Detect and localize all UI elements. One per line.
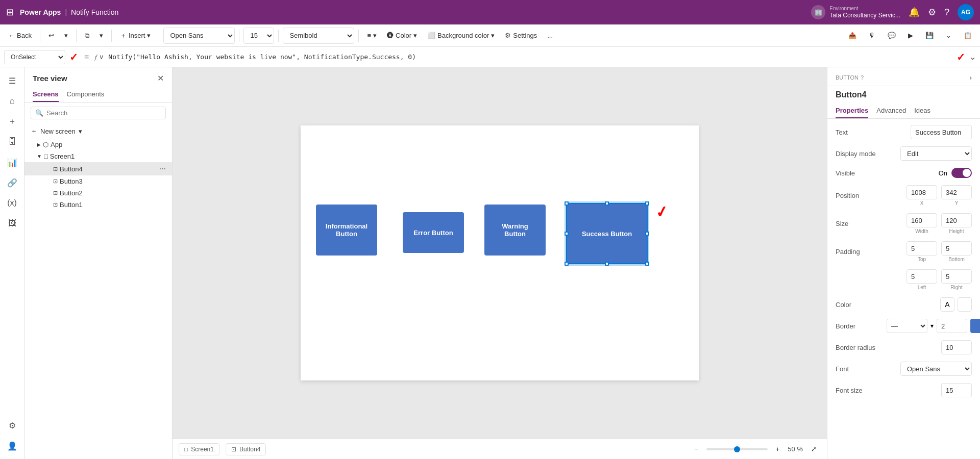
zoom-slider[interactable] bbox=[706, 448, 768, 450]
back-button[interactable]: ← Back bbox=[4, 28, 36, 44]
check-mark[interactable]: ✓ bbox=[69, 51, 78, 63]
text-color-icon[interactable]: A bbox=[940, 297, 954, 312]
insert-left-icon[interactable]: ＋ bbox=[3, 112, 21, 131]
analytics-icon[interactable]: 📊 bbox=[3, 153, 21, 171]
publish-button[interactable]: 📋 bbox=[960, 28, 976, 44]
more-right-button[interactable]: ⌄ bbox=[942, 28, 955, 44]
button-tab[interactable]: ⊡ Button4 bbox=[226, 443, 266, 455]
red-checkmark: ✓ bbox=[654, 202, 670, 222]
pos-y-input[interactable] bbox=[941, 185, 972, 199]
color-swatch[interactable] bbox=[958, 297, 972, 312]
success-button[interactable]: Success Button bbox=[566, 203, 648, 264]
formula-input[interactable] bbox=[108, 50, 952, 64]
search-input[interactable] bbox=[46, 109, 161, 117]
padding-left-input[interactable] bbox=[906, 269, 937, 284]
new-screen-button[interactable]: ＋ New screen ▾ bbox=[24, 123, 172, 139]
mic-button[interactable]: 🎙 bbox=[865, 28, 879, 44]
settings-icon: ⚙ bbox=[505, 32, 511, 39]
formula-accept[interactable]: ✓ bbox=[957, 51, 965, 63]
zoom-out-button[interactable]: − bbox=[690, 441, 702, 457]
connections-icon[interactable]: 🔗 bbox=[3, 173, 21, 192]
help-icon[interactable]: ? bbox=[944, 7, 949, 18]
formulabar: OnSelect ✓ = 𝑓 ∨ ✓ ⌄ bbox=[0, 47, 980, 67]
tree-item-button2[interactable]: ⊡ Button2 bbox=[24, 187, 172, 199]
app-label: App bbox=[51, 141, 166, 148]
formula-expand[interactable]: ⌄ bbox=[969, 52, 976, 62]
border-dropdown-icon[interactable]: ▾ bbox=[930, 322, 934, 329]
width-input[interactable] bbox=[906, 213, 937, 227]
font-size-select[interactable]: 15 bbox=[243, 28, 274, 44]
settings-left-icon[interactable]: ⚙ bbox=[3, 416, 21, 435]
padding-bottom-input[interactable] bbox=[941, 241, 972, 256]
undo-button[interactable]: ↩ bbox=[44, 28, 58, 44]
padding-right-input[interactable] bbox=[941, 269, 972, 284]
data-icon[interactable]: 🗄 bbox=[3, 133, 21, 151]
align-button[interactable]: ≡ ▾ bbox=[363, 28, 381, 44]
handle-mr bbox=[645, 232, 649, 236]
border-radius-input[interactable] bbox=[941, 340, 972, 354]
save-button[interactable]: 💾 bbox=[921, 28, 938, 44]
variables-icon[interactable]: (x) bbox=[3, 194, 21, 212]
font-size-input[interactable] bbox=[941, 383, 972, 397]
avatar[interactable]: AG bbox=[958, 4, 974, 20]
tab-advanced[interactable]: Advanced bbox=[876, 104, 906, 118]
tree-item-app[interactable]: ▶ ⬡ App bbox=[24, 139, 172, 150]
button4-more[interactable]: ··· bbox=[159, 164, 166, 173]
color-button[interactable]: 🅐 Color ▾ bbox=[383, 28, 421, 44]
tab-properties[interactable]: Properties bbox=[836, 104, 868, 118]
copy-button[interactable]: ⧉ bbox=[81, 28, 93, 44]
tree-item-button1[interactable]: ⊡ Button1 bbox=[24, 199, 172, 211]
font-select[interactable]: Open Sans bbox=[163, 28, 235, 44]
pos-x-input[interactable] bbox=[906, 185, 937, 199]
panel-expand-icon[interactable]: › bbox=[969, 73, 972, 82]
zoom-in-button[interactable]: + bbox=[772, 441, 784, 457]
canvas-frame[interactable]: InformationalButton Error Button Warning… bbox=[301, 125, 699, 380]
border-color-swatch[interactable] bbox=[970, 319, 980, 333]
apps-icon[interactable]: ⊞ bbox=[6, 7, 14, 18]
canvas-area: InformationalButton Error Button Warning… bbox=[173, 67, 827, 459]
gear-icon[interactable]: ⚙ bbox=[928, 7, 936, 18]
font-select-prop[interactable]: Open Sans bbox=[900, 362, 972, 376]
home-icon[interactable]: ⌂ bbox=[3, 92, 21, 110]
expand-chevron[interactable]: ∨ bbox=[99, 53, 104, 61]
property-select[interactable]: OnSelect bbox=[4, 50, 65, 64]
panel-help-icon[interactable]: ? bbox=[861, 74, 864, 81]
hamburger-icon[interactable]: ☰ bbox=[3, 71, 21, 90]
settings-button[interactable]: ⚙ Settings bbox=[501, 28, 541, 44]
bell-icon[interactable]: 🔔 bbox=[909, 7, 920, 18]
tree-item-screen1[interactable]: ▼ □ Screen1 bbox=[24, 150, 172, 162]
comment-button[interactable]: 💬 bbox=[884, 28, 900, 44]
informational-button[interactable]: InformationalButton bbox=[316, 205, 377, 256]
play-button[interactable]: ▶ bbox=[904, 28, 917, 44]
text-input[interactable] bbox=[911, 125, 972, 139]
tree-item-button4[interactable]: ⊡ Button4 ··· bbox=[24, 162, 172, 175]
display-mode-select[interactable]: Edit bbox=[900, 146, 972, 161]
tree-search-box[interactable]: 🔍 bbox=[31, 107, 166, 119]
font-weight-select[interactable]: Semibold bbox=[283, 28, 354, 44]
insert-button[interactable]: ＋ Insert ▾ bbox=[116, 28, 155, 44]
tab-ideas[interactable]: Ideas bbox=[914, 104, 930, 118]
warning-button[interactable]: WarningButton bbox=[484, 205, 546, 256]
error-button[interactable]: Error Button bbox=[403, 212, 464, 253]
more-button[interactable]: ... bbox=[543, 28, 557, 44]
screen-tab[interactable]: □ Screen1 bbox=[179, 443, 219, 455]
account-icon[interactable]: 👤 bbox=[3, 437, 21, 455]
tab-components[interactable]: Components bbox=[67, 87, 105, 102]
copy-dropdown[interactable]: ▾ bbox=[95, 28, 107, 44]
tab-screens[interactable]: Screens bbox=[33, 87, 59, 102]
height-input[interactable] bbox=[941, 213, 972, 227]
media-icon[interactable]: 🖼 bbox=[3, 214, 21, 233]
padding-top-input[interactable] bbox=[906, 241, 937, 256]
border-style-select[interactable]: — bbox=[887, 319, 927, 333]
background-color-button[interactable]: ⬜ Background color ▾ bbox=[423, 28, 499, 44]
right-panel-body: Text Display mode Edit Visible On bbox=[827, 119, 980, 459]
tree-item-button3[interactable]: ⊡ Button3 bbox=[24, 175, 172, 187]
share-button[interactable]: 📤 bbox=[844, 28, 861, 44]
fit-screen-button[interactable]: ⤢ bbox=[807, 441, 821, 457]
undo-dropdown[interactable]: ▾ bbox=[60, 28, 72, 44]
tree-close-button[interactable]: ✕ bbox=[157, 73, 164, 83]
border-width-input[interactable] bbox=[937, 319, 967, 333]
height-item: Height bbox=[941, 213, 972, 234]
toggle-track[interactable] bbox=[951, 168, 972, 178]
tree-header: Tree view ✕ bbox=[24, 67, 172, 87]
